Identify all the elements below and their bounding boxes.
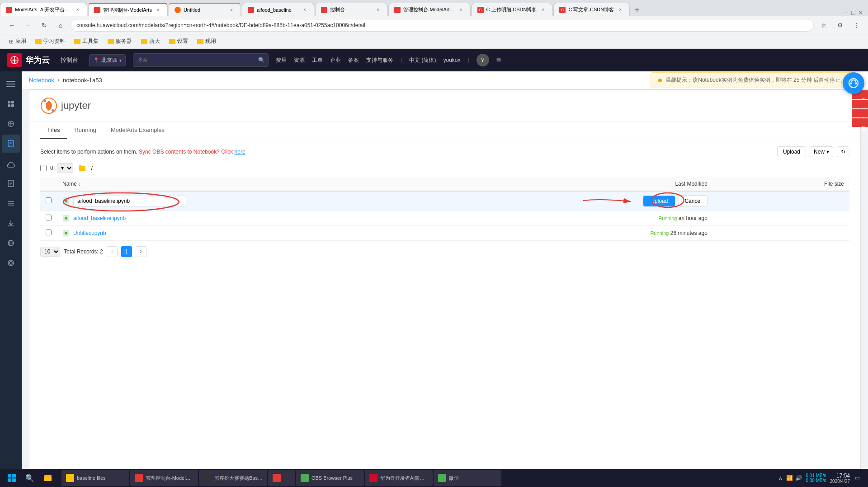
nav-ticket[interactable]: 工单: [312, 56, 323, 64]
bookmark-button[interactable]: ☆: [817, 19, 830, 32]
tab-csdn-upload[interactable]: C C 上传明细-CSDN博客 ×: [472, 3, 553, 16]
search-input[interactable]: [133, 55, 255, 65]
confirm-upload-button[interactable]: Upload: [643, 196, 675, 206]
taskbar-search-button[interactable]: 🔍: [22, 470, 38, 486]
bookmark-apps[interactable]: ⊞ 应用: [5, 37, 30, 46]
tab-files[interactable]: Files: [40, 122, 67, 139]
right-panel-news[interactable]: 资 讯: [852, 109, 868, 118]
tab-running[interactable]: Running: [67, 122, 103, 139]
tab-modelarts-examples[interactable]: ModelArts Examples: [104, 122, 172, 139]
tab-modelarts-2[interactable]: 管理控制台-ModelArt… ×: [388, 3, 471, 16]
row2-file-link[interactable]: Untitled.ipynb: [73, 230, 106, 236]
tab-close-8[interactable]: ×: [617, 6, 624, 14]
start-button[interactable]: [4, 470, 20, 486]
chat-bubble[interactable]: [843, 72, 864, 94]
tab-close-4[interactable]: ×: [301, 6, 308, 14]
taskbar-item-baseline[interactable]: baseline files: [61, 470, 129, 486]
right-panel-community[interactable]: 社 区: [852, 100, 868, 108]
bookmark-server[interactable]: 服务器: [104, 37, 136, 46]
upload-checkbox[interactable]: [46, 197, 52, 203]
nav-username[interactable]: youkox: [443, 57, 460, 63]
back-button[interactable]: ←: [5, 19, 18, 32]
taskbar-item-huawei[interactable]: 华为云开发者AI青…: [365, 470, 433, 486]
tray-network[interactable]: 📶: [786, 474, 793, 482]
nav-icp[interactable]: 备案: [348, 56, 359, 64]
nav-fee[interactable]: 费用: [276, 56, 287, 64]
menu-button[interactable]: ⋮: [850, 19, 863, 32]
page-size-select[interactable]: 10: [40, 247, 60, 257]
sidebar-item-overview[interactable]: [2, 95, 20, 113]
clock[interactable]: 17:54 2020/4/27: [830, 473, 850, 484]
taskbar-item-jupyter[interactable]: 黑客松大赛赛题Bas…: [199, 470, 267, 486]
mail-icon[interactable]: ✉: [496, 57, 501, 63]
tab-modelarts-ai[interactable]: ModelArts_AI开发平台-… ×: [0, 3, 87, 16]
nav-resource[interactable]: 资源: [294, 56, 305, 64]
row2-checkbox[interactable]: [46, 229, 52, 235]
forward-button[interactable]: →: [22, 19, 34, 32]
sidebar-item-list[interactable]: [2, 194, 20, 212]
here-link[interactable]: here: [235, 149, 245, 155]
sidebar-item-notebook[interactable]: [2, 135, 20, 153]
tab-close-2[interactable]: ×: [155, 6, 162, 14]
tab-modelarts-console[interactable]: 管理控制台-ModelArts ×: [88, 3, 168, 16]
new-button[interactable]: New ▾: [810, 146, 833, 157]
tab-close-6[interactable]: ×: [458, 6, 465, 14]
next-page-button[interactable]: >: [136, 246, 146, 257]
tab-console[interactable]: 控制台 ×: [315, 3, 387, 16]
url-bar[interactable]: console.huaweicloud.com/modelarts/?regio…: [71, 19, 814, 32]
col-name[interactable]: Name ↓: [57, 177, 381, 191]
bookmark-study[interactable]: 学习资料: [32, 37, 69, 46]
tab-close-5[interactable]: ×: [374, 6, 382, 14]
tray-expand[interactable]: ∧: [777, 474, 784, 482]
tray-volume[interactable]: 🔊: [795, 474, 802, 482]
tab-aifood[interactable]: aifood_baseline ×: [242, 3, 314, 16]
sidebar-item-document[interactable]: [2, 174, 20, 192]
nav-support[interactable]: 支持与服务: [366, 56, 393, 64]
taskbar-item-wechat[interactable]: 微信: [434, 470, 501, 486]
breadcrumb-parent[interactable]: Notebook: [29, 77, 54, 84]
taskbar-item-red[interactable]: [268, 470, 295, 486]
bookmark-settings[interactable]: 设置: [165, 37, 192, 46]
sidebar-item-cloud[interactable]: [2, 155, 20, 173]
search-button[interactable]: 🔍: [255, 54, 268, 66]
nav-lang[interactable]: 中文 (简体): [409, 56, 436, 64]
folder-icon[interactable]: [77, 163, 88, 173]
cancel-upload-button[interactable]: Cancel: [679, 195, 707, 207]
action-dropdown[interactable]: ▾: [57, 163, 73, 173]
minimize-button[interactable]: ─: [843, 9, 848, 16]
home-button[interactable]: ⌂: [54, 19, 67, 32]
hamburger-button[interactable]: [2, 75, 20, 93]
upload-filename-input[interactable]: [73, 196, 186, 206]
sidebar-item-settings[interactable]: [2, 254, 20, 272]
nav-enterprise[interactable]: 企业: [330, 56, 341, 64]
prev-page-button[interactable]: <: [107, 246, 118, 257]
bookmark-current[interactable]: 现用: [193, 37, 220, 46]
refresh-button[interactable]: ↻: [837, 146, 849, 157]
taskbar-item-obs[interactable]: OBS Browser Plus: [296, 470, 364, 486]
user-avatar[interactable]: Y: [476, 54, 489, 66]
tab-untitled[interactable]: Untitled ×: [169, 3, 241, 16]
tab-close-3[interactable]: ×: [228, 6, 235, 14]
bookmark-tools[interactable]: 工具集: [71, 37, 102, 46]
sidebar-item-globe[interactable]: [2, 234, 20, 252]
tab-close[interactable]: ×: [74, 6, 81, 14]
extensions-button[interactable]: ⚙: [834, 19, 846, 32]
tab-close-7[interactable]: ×: [539, 6, 547, 14]
restore-button[interactable]: □: [851, 9, 855, 16]
new-tab-button[interactable]: +: [631, 4, 643, 16]
nav-console[interactable]: 控制台: [57, 56, 82, 64]
taskbar-item-modelarts[interactable]: 管理控制台-Model…: [130, 470, 198, 486]
bookmark-xida[interactable]: 西大: [137, 37, 164, 46]
sidebar-item-compute[interactable]: [2, 115, 20, 133]
sidebar-item-download[interactable]: [2, 214, 20, 232]
upload-button[interactable]: Upload: [777, 146, 806, 157]
taskbar-app-files[interactable]: [40, 470, 56, 486]
select-all-checkbox[interactable]: [40, 165, 47, 171]
right-panel-feedback[interactable]: 反 馈: [852, 118, 868, 127]
close-window-button[interactable]: ×: [859, 9, 863, 16]
row1-checkbox[interactable]: [46, 215, 52, 220]
show-desktop-button[interactable]: ▭: [854, 474, 861, 482]
tab-csdn-write[interactable]: C C 写文章-CSDN博客 ×: [553, 3, 630, 16]
row1-file-link[interactable]: aifood_baseline.ipynb: [73, 215, 126, 221]
reload-button[interactable]: ↻: [38, 19, 51, 32]
